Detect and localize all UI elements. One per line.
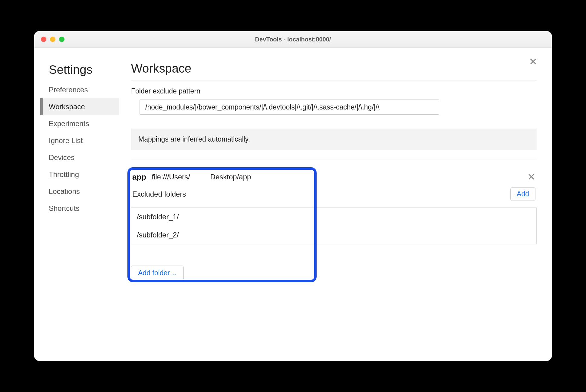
sidebar-item-throttling[interactable]: Throttling	[40, 166, 119, 183]
zoom-window-button[interactable]	[59, 37, 64, 42]
devtools-window: DevTools - localhost:8000/ Settings Pref…	[34, 31, 552, 361]
add-folder-button[interactable]: Add folder…	[131, 266, 184, 280]
exclude-pattern-label: Folder exclude pattern	[131, 87, 537, 95]
sidebar-item-locations[interactable]: Locations	[40, 183, 119, 200]
sidebar-item-ignore-list[interactable]: Ignore List	[40, 132, 119, 149]
sidebar: Settings Preferences Workspace Experimen…	[34, 48, 119, 361]
sidebar-item-shortcuts[interactable]: Shortcuts	[40, 200, 119, 217]
page-title: Workspace	[131, 62, 537, 80]
add-excluded-button[interactable]: Add	[510, 187, 535, 201]
workspace-path: file:///Users/ Desktop/app	[152, 173, 251, 181]
excluded-folders-label: Excluded folders	[132, 190, 186, 198]
content: Settings Preferences Workspace Experimen…	[34, 48, 552, 361]
close-icon[interactable]: ✕	[529, 57, 537, 67]
workspace-name: app	[132, 172, 146, 182]
minimize-window-button[interactable]	[50, 37, 55, 42]
excluded-folder-item[interactable]: /subfolder_2/	[131, 226, 536, 244]
close-window-button[interactable]	[41, 37, 46, 42]
excluded-folders-row: Excluded folders Add	[131, 187, 537, 206]
workspace-entry: app file:///Users/ Desktop/app ✕ Exclude…	[131, 165, 537, 244]
excluded-folders-list: /subfolder_1/ /subfolder_2/	[131, 207, 537, 244]
sidebar-item-experiments[interactable]: Experiments	[40, 115, 119, 132]
sidebar-item-preferences[interactable]: Preferences	[40, 81, 119, 98]
sidebar-item-workspace[interactable]: Workspace	[40, 98, 119, 115]
main-panel: ✕ Workspace Folder exclude pattern Mappi…	[119, 48, 552, 361]
exclude-pattern-input[interactable]	[140, 100, 439, 115]
workspace-header: app file:///Users/ Desktop/app ✕	[131, 165, 537, 187]
traffic-lights	[41, 37, 64, 42]
window-title: DevTools - localhost:8000/	[34, 36, 552, 43]
sidebar-title: Settings	[43, 63, 119, 77]
remove-workspace-icon[interactable]: ✕	[527, 172, 535, 182]
titlebar: DevTools - localhost:8000/	[34, 31, 552, 48]
sidebar-item-devices[interactable]: Devices	[40, 149, 119, 166]
info-banner: Mappings are inferred automatically.	[131, 129, 537, 150]
excluded-folder-item[interactable]: /subfolder_1/	[131, 208, 536, 226]
sidebar-items: Preferences Workspace Experiments Ignore…	[43, 81, 119, 217]
section-divider	[131, 159, 537, 159]
